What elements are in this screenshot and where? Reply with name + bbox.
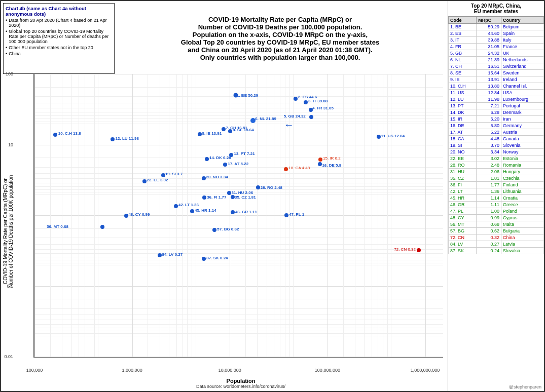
point-MT [100, 225, 104, 229]
table-cell-mrpc: 2.06 [477, 169, 501, 175]
point-IT [304, 100, 308, 104]
table-cell-code: 11. US [449, 90, 477, 96]
table-cell-code: 36. FI [449, 182, 477, 188]
point-GR [231, 210, 235, 214]
point-CY [124, 214, 128, 218]
table-cell-country: Canada [501, 136, 543, 142]
table-cell-mrpc: 6.20 [477, 116, 501, 123]
col-header-country: Country [501, 17, 543, 24]
y-tick-0.1: 0.1 [7, 284, 13, 289]
point-US [377, 135, 381, 139]
table-cell-mrpc: 11.98 [477, 96, 501, 103]
table-cell-code: 47. PL [449, 208, 477, 215]
table-cell-code: 45. HR [449, 195, 477, 202]
table-cell-country: Estonia [501, 155, 543, 162]
table-cell-country: Channel Isl. [501, 83, 543, 90]
label-CA: 18. CA 4.48 [288, 166, 310, 170]
scatter-plot: 100 10 1 0.1 0.01 100,000 1,000,000 10,0… [33, 74, 443, 358]
table-cell-country: Netherlands [501, 57, 543, 63]
table-cell-code: 14. DK [449, 109, 477, 116]
table-cell-mrpc: 44.60 [477, 30, 501, 37]
point-FI [202, 195, 206, 200]
chart-title: COVID-19 Mortality Rate per Capita (MRpC… [115, 3, 446, 74]
table-cell-code: 48. CY [449, 215, 477, 221]
label-US: 11. US 12.84 [381, 133, 405, 138]
label-NO: 20. NO 3.34 [206, 175, 228, 179]
table-cell-country: Portugal [501, 103, 543, 109]
point-CH [222, 127, 226, 131]
table-cell-code: 19. SI [449, 142, 477, 149]
label-HR: 45. HR 1.14 [195, 208, 216, 212]
label-LU: 12. LU 11.98 [116, 136, 139, 140]
label-PT: 13. PT 7.21 [234, 151, 255, 155]
table-cell-code: 84. LV [449, 241, 477, 248]
legend-item-4: • China [6, 51, 112, 56]
point-BG [212, 228, 216, 232]
table-cell-mrpc: 3.34 [477, 149, 501, 155]
sidebar-title: Top 20 MRpC, China,EU member states [448, 1, 544, 17]
y-tick-10: 10 [8, 142, 13, 147]
x-axis-area [33, 358, 446, 377]
table-cell-code: 31. HU [449, 169, 477, 175]
label-MT: 56. MT 0.68 [47, 224, 68, 229]
table-cell-mrpc: 31.05 [477, 44, 501, 50]
sidebar: Top 20 MRpC, China,EU member states Code… [448, 1, 544, 391]
table-cell-code: 5. GB [449, 50, 477, 57]
point-SE [228, 129, 232, 133]
table-cell-mrpc: 15.64 [477, 70, 501, 76]
point-GB [309, 115, 313, 119]
table-cell-mrpc: 0.32 [477, 234, 501, 241]
table-cell-code: 22. EE [449, 155, 477, 162]
table-cell-country: Slovakia [501, 248, 543, 254]
point-AT [223, 163, 227, 167]
point-HU [227, 191, 231, 195]
table-cell-country: Spain [501, 30, 543, 37]
label-GB: 5. GB 24.32 [284, 113, 306, 118]
attribution: @stephenparen [448, 383, 544, 391]
label-FI: 36. FI 1.77 [207, 194, 226, 199]
table-cell-code: 4. FR [449, 44, 477, 50]
point-SK [202, 257, 206, 261]
table-cell-mrpc: 21.89 [477, 57, 501, 63]
table-cell-mrpc: 6.28 [477, 109, 501, 116]
y-tick-100: 100 [6, 71, 13, 76]
label-FR: 4. FR 31.05 [312, 105, 334, 110]
point-IR [318, 158, 322, 162]
point-ES [294, 97, 298, 101]
label-DK: 14. DK 6.28 [209, 155, 231, 160]
bullet-1: • [6, 18, 7, 23]
table-cell-country: Hungary [501, 169, 543, 175]
data-source: Data source: worldometers.info/coronavir… [36, 384, 446, 389]
label-EE: 22. EE 3.02 [147, 178, 168, 182]
label-HU: 31. HU 2.06 [231, 190, 253, 195]
table-cell-country: Cyprus [501, 215, 543, 221]
table-cell-mrpc: 50.29 [477, 24, 501, 30]
table-cell-mrpc: 1.11 [477, 202, 501, 208]
table-cell-mrpc: 5.80 [477, 123, 501, 129]
table-cell-code: 16. DE [449, 123, 477, 129]
table-cell-code: 9. IE [449, 76, 477, 83]
point-HR [190, 209, 194, 213]
table-cell-country: Bulgaria [501, 228, 543, 234]
table-cell-code: 87. SK [449, 248, 477, 254]
table-cell-country: Austria [501, 129, 543, 136]
table-cell-mrpc: 0.62 [477, 228, 501, 234]
table-cell-code: 2. ES [449, 30, 477, 37]
table-cell-mrpc: 24.32 [477, 50, 501, 57]
label-CN: 72. CN 0.32 [394, 247, 416, 251]
arrow-annotation: ← [284, 119, 294, 131]
table-cell-code: 10. C.H [449, 83, 477, 90]
point-NO [202, 176, 206, 180]
table-cell-code: 20. NO [449, 149, 477, 155]
point-CA [284, 167, 288, 171]
table-cell-code: 72. CN [449, 234, 477, 241]
table-cell-mrpc: 1.77 [477, 182, 501, 188]
chart-with-axes: COVID-19 Mortality Rate per Capita (MRpC… [3, 74, 446, 389]
table-cell-code: 17. AT [449, 129, 477, 136]
table-cell-country: Belgium [501, 24, 543, 30]
label-BE: 1. BE 50.29 [237, 93, 258, 97]
label-DE: 16. DE 5.8 [322, 163, 341, 168]
plot-container: 100 10 1 0.1 0.01 100,000 1,000,000 10,0… [13, 74, 446, 389]
table-cell-country: UK [501, 50, 543, 57]
point-DE [318, 162, 322, 166]
